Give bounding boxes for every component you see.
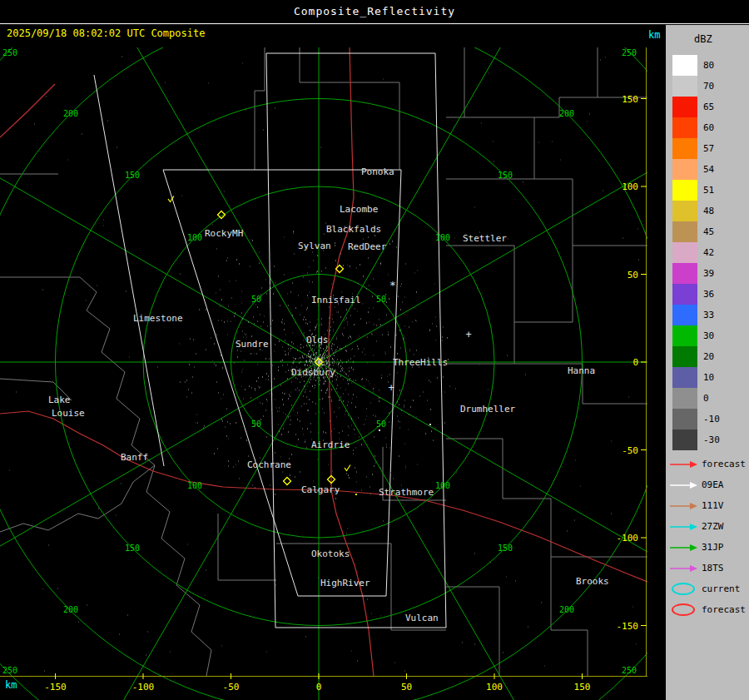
legend-arrow-icon <box>669 480 697 490</box>
legend-arrow-icon <box>669 501 697 511</box>
city-label-ponoka: Ponoka <box>361 166 394 177</box>
dbz-scale-row: 36 <box>666 284 749 305</box>
city-label-olds: Olds <box>306 335 329 345</box>
dbz-value-label: 80 <box>703 60 714 71</box>
bottom-axis-unit-label: km <box>5 679 17 691</box>
city-label-louise: Louise <box>52 408 85 419</box>
range-ring-label: 50 <box>251 295 261 304</box>
right-axis-tick-label: -150 <box>617 621 639 632</box>
dbz-swatch <box>672 346 697 367</box>
dbz-scale-row: -30 <box>666 429 749 450</box>
city-label-stettler: Stettler <box>463 233 507 244</box>
right-axis-unit-label: km <box>648 29 660 41</box>
dot-marker <box>379 429 380 431</box>
dbz-scale-row: 70 <box>666 76 749 97</box>
radar-app-window: Composite_Reflectivity 2025/09/18 08:02:… <box>0 0 749 700</box>
legend-row-09EA: 09EA <box>666 474 749 495</box>
radar-site-diamond <box>284 478 291 485</box>
legend-ellipse-icon <box>672 603 695 616</box>
dbz-scale-row: 10 <box>666 367 749 388</box>
radar-coverage-outline <box>94 53 446 628</box>
city-label-highriver: HighRiver <box>320 578 370 588</box>
legend-label: 31JP <box>702 542 724 553</box>
bottom-axis-tick-label: -50 <box>223 682 240 693</box>
range-ring-label: 50 <box>376 295 386 304</box>
bottom-axis-tick-label: 100 <box>486 682 503 693</box>
city-label-rockymh: RockyMH <box>205 228 243 239</box>
dbz-swatch <box>672 201 697 221</box>
dbz-value-label: 60 <box>703 122 714 133</box>
legend-label: current <box>702 583 740 594</box>
range-ring-label: 50 <box>251 420 261 429</box>
legend-row-31JP: 31JP <box>666 537 749 558</box>
dbz-value-label: 70 <box>703 81 714 92</box>
check-marker <box>345 465 350 471</box>
plus-marker: + <box>465 329 471 340</box>
dbz-value-label: 57 <box>703 143 714 154</box>
dbz-swatch <box>672 97 697 117</box>
city-label-okotoks: Okotoks <box>311 549 350 559</box>
legend-row-27ZW: 27ZW <box>666 516 749 537</box>
city-label-hanna: Hanna <box>568 365 595 376</box>
radar-map[interactable]: *++ 505050501001001001001501501501502002… <box>0 47 647 700</box>
dbz-value-label: 42 <box>703 247 714 258</box>
dbz-swatch <box>672 409 697 429</box>
city-label-didsbury: Didsbury <box>291 367 335 378</box>
legend-row-forecast: forecast <box>666 599 749 620</box>
city-label-lacombe: Lacombe <box>340 204 378 215</box>
dbz-swatch <box>672 429 697 450</box>
bottom-axis-tick-label: -150 <box>44 682 67 693</box>
city-label-brooks: Brooks <box>576 576 609 587</box>
datetime-label: 2025/09/18 08:02:02 UTC Composite <box>7 27 205 39</box>
right-axis-tick-label: 100 <box>622 181 638 192</box>
range-ring-label: 200 <box>63 109 78 118</box>
range-ring-label: 150 <box>125 544 140 553</box>
dbz-swatch <box>672 76 697 97</box>
legend-arrow-icon <box>669 543 697 553</box>
dbz-scale-row: 80 <box>666 55 749 76</box>
range-ring-label: 150 <box>498 544 513 553</box>
azimuth-spoke <box>319 362 552 700</box>
dbz-scale-row: 0 <box>666 388 749 409</box>
dbz-scale-row: 54 <box>666 159 749 180</box>
legend-label: 18TS <box>702 563 724 573</box>
dbz-value-label: 33 <box>703 310 714 320</box>
range-ring-label: 200 <box>63 605 78 614</box>
city-label-sylvan: Sylvan <box>298 241 331 251</box>
bottom-axis-tick-label: 50 <box>401 682 412 693</box>
city-label-drumheller: Drumheller <box>460 404 516 415</box>
dbz-scale-row: 42 <box>666 242 749 263</box>
bottom-axis-tick-label: 0 <box>316 682 322 693</box>
dbz-scale-row: 20 <box>666 346 749 367</box>
legend-label: 09EA <box>702 479 724 490</box>
range-ring-label: 250 <box>622 48 637 57</box>
range-ring-label: 150 <box>125 171 140 180</box>
legend-label: 111V <box>702 500 724 511</box>
legend-row-18TS: 18TS <box>666 558 749 578</box>
dbz-scale-row: 60 <box>666 117 749 138</box>
dbz-swatch <box>672 263 697 284</box>
dbz-value-label: 10 <box>703 372 714 383</box>
range-ring-label: 150 <box>498 171 513 180</box>
range-ring-label: 250 <box>622 666 637 675</box>
legend-row-current: current <box>666 578 749 599</box>
dbz-scale-row: 51 <box>666 180 749 201</box>
dbz-value-label: -10 <box>703 414 720 424</box>
azimuth-spoke <box>86 47 319 362</box>
dbz-swatch <box>672 180 697 201</box>
sidebar-panel: dBZ 807065605754514845423936333020100-10… <box>666 25 749 700</box>
legend-label: forecast <box>702 604 746 615</box>
dbz-value-label: 39 <box>703 268 714 279</box>
dbz-colorbar: 807065605754514845423936333020100-10-30 <box>666 55 749 450</box>
dbz-swatch <box>672 388 697 409</box>
dbz-scale-row: -10 <box>666 409 749 429</box>
dbz-swatch <box>672 159 697 180</box>
dbz-value-label: 48 <box>703 206 714 216</box>
range-ring-label: 250 <box>2 48 17 57</box>
city-label-vulcan: Vulcan <box>405 613 439 623</box>
window-title: Composite_Reflectivity <box>294 5 455 17</box>
right-axis-tick-label: 50 <box>627 270 638 280</box>
dbz-value-label: 51 <box>703 185 714 196</box>
dbz-swatch <box>672 55 697 76</box>
dbz-swatch <box>672 221 697 242</box>
